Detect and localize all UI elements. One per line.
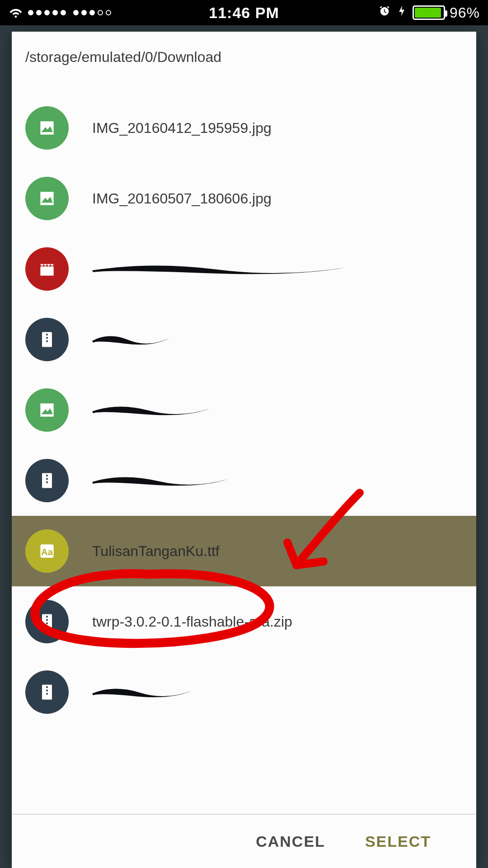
image-file-icon: [25, 106, 69, 150]
svg-rect-11: [46, 616, 48, 618]
svg-rect-17: [46, 693, 48, 695]
archive-file-icon: [25, 600, 69, 643]
archive-file-icon: [25, 670, 69, 714]
svg-rect-2: [46, 337, 48, 339]
svg-rect-7: [46, 481, 48, 483]
file-row[interactable]: [12, 234, 476, 304]
font-file-icon: Aa: [25, 529, 69, 573]
svg-rect-16: [46, 690, 48, 692]
svg-text:Aa: Aa: [41, 547, 53, 557]
file-row[interactable]: twrp-3.0.2-0.1-flashable-ara.zip: [12, 586, 476, 657]
redacted-filename: [92, 685, 196, 699]
archive-file-icon: [25, 318, 69, 361]
alarm-icon: [378, 5, 391, 21]
status-bar: 11:46 PM 96%: [0, 0, 488, 25]
svg-rect-6: [46, 478, 48, 480]
file-row[interactable]: AaTulisanTanganKu.ttf: [12, 516, 476, 586]
redacted-filename: [92, 333, 174, 346]
current-path: /storage/emulated/0/Download: [12, 32, 476, 93]
svg-rect-3: [46, 340, 48, 342]
status-right: 96%: [378, 5, 480, 21]
image-file-icon: [25, 177, 69, 220]
file-list[interactable]: IMG_20160412_195959.jpgIMG_20160507_1806…: [12, 93, 476, 814]
filename-label: TulisanTanganKu.ttf: [92, 543, 220, 560]
filename-label: IMG_20160507_180606.jpg: [92, 190, 272, 207]
wifi-icon: [8, 4, 23, 22]
file-row[interactable]: [12, 445, 476, 516]
file-row[interactable]: [12, 657, 476, 727]
filename-label: twrp-3.0.2-0.1-flashable-ara.zip: [92, 613, 292, 630]
filename-label: IMG_20160412_195959.jpg: [92, 120, 272, 137]
select-button[interactable]: SELECT: [365, 833, 431, 850]
modal-footer: CANCEL SELECT: [12, 814, 476, 868]
archive-file-icon: [25, 459, 69, 502]
video-file-icon: [25, 247, 69, 291]
file-row[interactable]: [12, 375, 476, 445]
file-row[interactable]: IMG_20160412_195959.jpg: [12, 93, 476, 163]
status-time: 11:46 PM: [209, 4, 279, 22]
redacted-filename: [92, 474, 232, 487]
battery-icon: [413, 5, 445, 20]
signal-dots-1: [28, 10, 66, 15]
charge-icon: [395, 5, 408, 21]
image-file-icon: [25, 388, 69, 432]
battery-percent: 96%: [450, 5, 480, 21]
cancel-button[interactable]: CANCEL: [256, 833, 325, 850]
svg-rect-1: [46, 334, 48, 335]
svg-rect-5: [46, 475, 48, 476]
svg-rect-12: [46, 619, 48, 621]
status-left: [8, 4, 111, 22]
file-row[interactable]: IMG_20160507_180606.jpg: [12, 163, 476, 234]
redacted-filename: [92, 403, 214, 417]
signal-dots-2: [73, 10, 111, 15]
file-row[interactable]: [12, 304, 476, 375]
file-picker-modal: /storage/emulated/0/Download IMG_2016041…: [12, 32, 476, 868]
redacted-filename: [92, 262, 350, 276]
svg-rect-15: [46, 686, 48, 688]
svg-rect-13: [46, 623, 48, 624]
